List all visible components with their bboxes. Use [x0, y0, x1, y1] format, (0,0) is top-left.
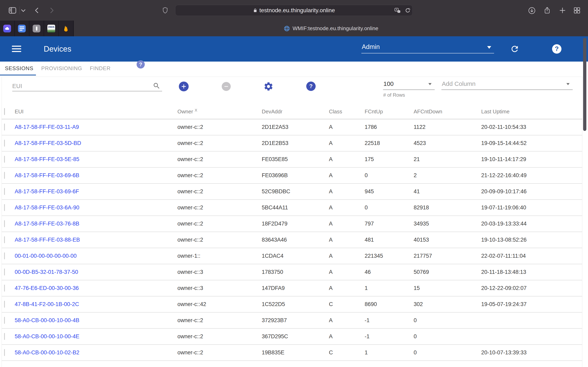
tabs-help-icon[interactable] — [137, 60, 145, 68]
eui-link[interactable]: A8-17-58-FF-FE-03-69-6F — [15, 188, 177, 195]
eui-link[interactable]: 47-76-E6-ED-00-30-00-36 — [15, 285, 177, 291]
class-cell: A — [329, 253, 365, 259]
table-header: EUI OwnerX DevAddr Class FCntUp AFCntDow… — [2, 104, 582, 119]
menu-icon[interactable] — [12, 46, 21, 52]
remove-filter-button[interactable] — [222, 82, 231, 91]
sidebar-toggle-icon[interactable] — [8, 6, 17, 15]
eui-link[interactable]: 58-A0-CB-00-00-10-00-4E — [15, 333, 177, 340]
row-checkbox[interactable] — [4, 333, 5, 340]
tab-sessions[interactable]: SESSIONS — [5, 65, 33, 72]
class-cell: A — [329, 188, 365, 195]
new-tab-icon[interactable] — [559, 7, 566, 14]
fcntup-cell: 945 — [365, 188, 414, 195]
pinned-tab[interactable] — [29, 21, 44, 36]
pinned-tab[interactable] — [59, 21, 73, 36]
last-uptime-cell: 20-10-07-13:39:33 — [481, 350, 582, 356]
table-row: A8-17-58-FF-FE-03-11-A9 owner-c::2 2D1E2… — [2, 119, 582, 135]
afcntdown-cell: 21 — [414, 156, 481, 162]
forward-icon[interactable] — [48, 7, 55, 14]
row-checkbox[interactable] — [4, 252, 5, 259]
toolbar-help-icon[interactable] — [306, 82, 316, 91]
owner-cell: owner-c::3 — [177, 269, 262, 275]
address-bar[interactable]: testnode.eu.thingularity.online — [175, 5, 413, 16]
eui-link[interactable]: A8-17-58-FF-FE-03-11-A9 — [15, 124, 177, 130]
afcntdown-cell: 1122 — [414, 124, 481, 130]
tab-overview-icon[interactable] — [573, 7, 581, 14]
eui-link[interactable]: 58-A0-CB-00-00-10-02-B2 — [15, 350, 177, 356]
owner-cell: owner-c::2 — [177, 140, 262, 146]
table-row: A8-17-58-FF-FE-03-76-8B owner-c::2 18F2D… — [2, 216, 582, 232]
row-checkbox[interactable] — [4, 156, 5, 163]
eui-link[interactable]: 00-0D-B5-32-01-78-37-50 — [15, 269, 177, 275]
active-tab[interactable]: WMIF:testnode.eu.thingularity.online — [74, 21, 588, 36]
chevron-down-icon[interactable] — [21, 9, 26, 12]
owner-cell: owner-c::2 — [177, 188, 262, 195]
row-checkbox[interactable] — [4, 204, 5, 211]
back-icon[interactable] — [34, 7, 40, 14]
eui-link[interactable]: A8-17-58-FF-FE-03-6A-90 — [15, 205, 177, 211]
pinned-tab[interactable]: USDA — [44, 21, 59, 36]
devaddr-cell: 19B835E — [262, 350, 329, 356]
pinned-tab[interactable] — [15, 21, 29, 36]
add-column-select[interactable]: Add Column — [442, 80, 476, 87]
header-help-icon[interactable] — [552, 44, 562, 54]
row-checkbox[interactable] — [4, 268, 5, 275]
column-header-last-uptime[interactable]: Last Uptime — [481, 108, 582, 115]
eui-link[interactable]: A8-17-58-FF-FE-03-88-EB — [15, 237, 177, 243]
page-title: Devices — [44, 45, 71, 53]
refresh-icon[interactable] — [510, 44, 519, 54]
eui-link[interactable]: A8-17-58-FF-FE-03-5D-BD — [15, 140, 177, 146]
eui-link[interactable]: 47-8B-41-F2-00-1B-00-2C — [15, 301, 177, 308]
row-checkbox[interactable] — [4, 301, 5, 308]
eui-link[interactable]: A8-17-58-FF-FE-03-76-8B — [15, 221, 177, 227]
row-checkbox[interactable] — [4, 236, 5, 243]
user-menu-select[interactable]: Admin — [362, 43, 380, 50]
tab-provisioning[interactable]: PROVISIONING — [41, 65, 82, 72]
eui-link[interactable]: A8-17-58-FF-FE-03-69-6B — [15, 172, 177, 179]
column-header-owner[interactable]: OwnerX — [177, 108, 262, 115]
search-icon[interactable] — [153, 82, 160, 90]
share-icon[interactable] — [544, 6, 551, 15]
add-filter-button[interactable] — [179, 82, 189, 91]
column-header-fcntup[interactable]: FCntUp — [365, 108, 414, 115]
fcntup-cell: 0 — [365, 205, 414, 211]
downloads-icon[interactable] — [528, 7, 536, 15]
row-checkbox[interactable] — [4, 124, 5, 131]
remove-column-icon[interactable]: X — [195, 108, 198, 112]
column-header-class[interactable]: Class — [329, 108, 365, 115]
eui-link[interactable]: 00-01-00-00-00-00-00-00 — [15, 253, 177, 259]
row-checkbox[interactable] — [4, 140, 5, 147]
row-checkbox[interactable] — [4, 285, 5, 292]
rows-per-page-select[interactable]: 100 — [383, 80, 394, 87]
svg-text:A: A — [396, 8, 398, 11]
row-checkbox[interactable] — [4, 188, 5, 195]
afcntdown-cell: 217757 — [414, 253, 481, 259]
eui-link[interactable]: 58-A0-CB-00-00-10-00-4B — [15, 317, 177, 324]
row-checkbox[interactable] — [4, 220, 5, 227]
class-cell: A — [329, 140, 365, 146]
select-all-checkbox[interactable] — [4, 108, 5, 115]
privacy-shield-icon[interactable] — [162, 6, 169, 15]
vertical-scrollbar-thumb[interactable] — [583, 38, 586, 131]
firebase-flame-icon — [62, 25, 70, 33]
table-row: A8-17-58-FF-FE-03-69-6B owner-c::2 FE036… — [2, 167, 582, 184]
devaddr-cell: 5BC44A11 — [262, 205, 329, 211]
row-checkbox[interactable] — [4, 172, 5, 179]
devaddr-cell: 83643A46 — [262, 237, 329, 243]
column-header-devaddr[interactable]: DevAddr — [262, 108, 329, 115]
table-row: A8-17-58-FF-FE-03-69-6F owner-c::2 52C9B… — [2, 184, 582, 200]
column-header-afcntdown[interactable]: AFCntDown — [414, 108, 481, 115]
translate-icon[interactable]: A x — [394, 7, 401, 14]
reload-icon[interactable] — [405, 7, 411, 14]
column-header-eui[interactable]: EUI — [15, 108, 177, 115]
tab-title: WMIF:testnode.eu.thingularity.online — [293, 25, 378, 32]
fcntup-cell: 1 — [365, 350, 414, 356]
search-input[interactable]: EUI — [12, 83, 22, 90]
row-checkbox[interactable] — [4, 317, 5, 324]
pinned-tab[interactable] — [0, 21, 15, 36]
tab-finder[interactable]: FINDER — [90, 65, 111, 72]
eui-link[interactable]: A8-17-58-FF-FE-03-5E-85 — [15, 156, 177, 162]
afcntdown-cell: 4523 — [414, 140, 481, 146]
settings-gear-icon[interactable] — [263, 81, 274, 92]
row-checkbox[interactable] — [4, 349, 5, 356]
